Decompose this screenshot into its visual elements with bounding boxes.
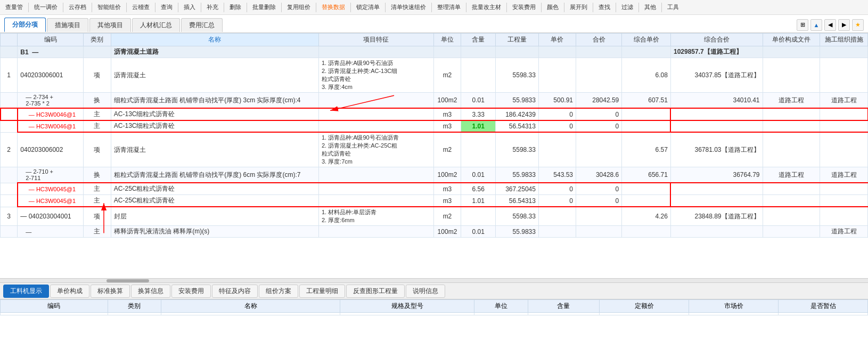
cell-quantity[interactable]: 367.25045 <box>496 183 539 195</box>
bottom-tab-bzhs[interactable]: 标准换算 <box>91 285 130 298</box>
toolbar-gongju[interactable]: 工具 <box>664 2 682 12</box>
toolbar-zhengli[interactable]: 整理清单 <box>434 2 464 12</box>
toolbar-tongyidiaojia[interactable]: 统一调价 <box>31 2 61 12</box>
cell-name[interactable]: 细粒式沥青混凝土路面 机铺带自动找平(厚度) 3cm 实际厚度(cm):4 <box>111 93 318 109</box>
cell-code[interactable]: B1 — <box>18 46 84 58</box>
bottom-tab-gcllmd[interactable]: 工程量明细 <box>299 285 345 298</box>
bottom-tab-tzjnr[interactable]: 特征及内容 <box>212 285 258 298</box>
tab-csmx[interactable]: 措施项目 <box>47 18 88 32</box>
cell-quantity[interactable]: 55.9833 <box>496 226 539 238</box>
toolbar-qingdankuaisu[interactable]: 清单快速组价 <box>388 2 429 12</box>
cell-name[interactable]: 封层 <box>111 207 318 226</box>
bottom-table-area: 编码 类别 名称 规格及型号 单位 含量 定额价 市场价 是否暂估 <box>0 299 868 341</box>
cell-comp-unit[interactable]: 656.71 <box>622 167 671 183</box>
toolbar-pilianggai[interactable]: 批量改主材 <box>469 2 504 12</box>
cell-quantity[interactable]: 56.54313 <box>496 195 539 207</box>
cell-name[interactable]: 粗粒式沥青混凝土路面 机铺带自动找平(厚度) 6cm 实际厚度(cm):7 <box>111 167 318 183</box>
toolbar-charu[interactable]: 插入 <box>181 2 199 12</box>
toolbar-yanse[interactable]: 颜色 <box>544 2 562 12</box>
cell-comp-unit[interactable]: 6.57 <box>622 132 671 167</box>
up-icon[interactable]: ▲ <box>810 19 822 31</box>
cell-contain[interactable]: 0.01 <box>461 226 496 238</box>
toolbar-qita[interactable]: 其他 <box>641 2 659 12</box>
cell-name[interactable]: 沥青混凝土 <box>111 132 318 167</box>
toolbar-anzhuang[interactable]: 安装费用 <box>509 2 539 12</box>
cell-code[interactable]: 040203006002 <box>18 132 84 167</box>
cell-code[interactable]: — <box>18 226 84 238</box>
tab-fbfx[interactable]: 分部分项 <box>4 18 46 32</box>
bottom-tab-zjfa[interactable]: 组价方案 <box>259 285 298 298</box>
cell-name[interactable]: AC-25C粗粒式沥青砼 <box>111 183 318 195</box>
toolbar-piliangshanchu[interactable]: 批量删除 <box>249 2 279 12</box>
bottom-tab-smsm[interactable]: 说明信息 <box>406 285 445 298</box>
cell-quantity[interactable]: 55.9833 <box>496 167 539 183</box>
toolbar-yuncundang[interactable]: 云存档 <box>65 2 89 12</box>
toolbar-yunjizha[interactable]: 云稽查 <box>129 2 153 12</box>
bottom-tab-gljxs[interactable]: 工料机显示 <box>3 285 49 298</box>
cell-contain[interactable]: 1.01 <box>461 195 496 207</box>
cell-code[interactable]: — HC3W0046@1 <box>18 120 84 133</box>
cell-comp-unit[interactable]: 607.51 <box>622 93 671 109</box>
right-icon[interactable]: ▶ <box>838 19 850 31</box>
cell-comp-unit[interactable]: 6.08 <box>622 58 671 93</box>
cell-quantity[interactable]: 5598.33 <box>496 207 539 226</box>
toolbar-chazhao[interactable]: 查找 <box>595 2 613 12</box>
grid-icon[interactable]: ⊞ <box>797 19 808 31</box>
toolbar-fuyongzujia[interactable]: 复用组价 <box>284 2 314 12</box>
cell-comp-total: 36781.03【道路工程】 <box>670 132 763 167</box>
bottom-tab-fcztxs[interactable]: 反查图形工程量 <box>346 285 405 298</box>
cell-unit-price[interactable]: 0 <box>538 183 576 195</box>
cell-contain[interactable]: 6.56 <box>461 183 496 195</box>
star-icon[interactable]: ★ <box>852 19 864 31</box>
cell-code[interactable]: — HC3W0046@1 <box>18 108 84 120</box>
cell-unit-price[interactable]: 0 <box>538 108 576 120</box>
cell-name[interactable]: AC-13C细粒式沥青砼 <box>111 120 318 133</box>
cell-unit-price[interactable]: 500.91 <box>538 93 576 109</box>
toolbar-guolv[interactable]: 过滤 <box>618 2 636 12</box>
cell-quantity[interactable]: 186.42439 <box>496 108 539 120</box>
toolbar-shanchu[interactable]: 删除 <box>226 2 244 12</box>
cell-code[interactable]: — HC3W0045@1 <box>18 183 84 195</box>
cell-contain[interactable]: 0.01 <box>461 167 496 183</box>
cell-quantity[interactable]: 56.54313 <box>496 120 539 133</box>
cell-code[interactable]: — 2-734 + 2-735 * 2 <box>18 93 84 109</box>
cell-unit-price[interactable]: 0 <box>538 195 576 207</box>
cell-code[interactable]: 040203006001 <box>18 58 84 93</box>
toolbar-zhankai[interactable]: 展开到 <box>567 2 591 12</box>
cell-contain[interactable]: 0.01 <box>461 93 496 109</box>
toolbar-suoding[interactable]: 锁定清单 <box>353 2 383 12</box>
cell-name[interactable]: 稀释沥青乳液清洗油 稀释厚(m)(s) <box>111 226 318 238</box>
cell-code[interactable]: — HC3W0045@1 <box>18 195 84 207</box>
cell-quantity[interactable]: 5598.33 <box>496 58 539 93</box>
cell-type: 主 <box>84 108 111 120</box>
cell-name[interactable]: 沥青混凝土 <box>111 58 318 93</box>
cell-contain[interactable]: 3.33 <box>461 108 496 120</box>
bottom-tab-djgc[interactable]: 单价构成 <box>50 285 89 298</box>
table-row: 3 — 040203004001 项 封层 1. 材料品种:单层沥青 2. 厚度… <box>1 207 868 226</box>
cell-comp-unit[interactable]: 4.26 <box>622 207 671 226</box>
horizontal-scrollbar[interactable] <box>0 278 868 282</box>
toolbar-tihuan[interactable]: 替换数据 <box>318 2 348 12</box>
tab-qtxm[interactable]: 其他项目 <box>89 18 131 32</box>
toolbar-zhalianguan[interactable]: 查量管 <box>2 2 26 12</box>
cell-quantity[interactable]: 55.9833 <box>496 93 539 109</box>
cell-quantity[interactable]: 5598.33 <box>496 132 539 167</box>
cell-code[interactable]: — 2-710 + 2-711 <box>18 167 84 183</box>
tab-fyhz[interactable]: 费用汇总 <box>181 18 223 32</box>
cell-no <box>1 93 18 109</box>
cell-unit-price[interactable] <box>538 226 576 238</box>
toolbar-zhinengzujia[interactable]: 智能组价 <box>94 2 124 12</box>
cell-name[interactable]: 沥青混凝土道路 <box>111 46 318 58</box>
cell-code[interactable]: — 040203004001 <box>18 207 84 226</box>
left-icon[interactable]: ◀ <box>824 19 836 31</box>
toolbar-chaxun[interactable]: 查询 <box>158 2 176 12</box>
cell-name[interactable]: AC-25C粗粒式沥青砼 <box>111 195 318 207</box>
cell-unit-price[interactable]: 543.53 <box>538 167 576 183</box>
bottom-tab-azfy[interactable]: 安装费用 <box>171 285 211 298</box>
bottom-tab-hsxx[interactable]: 换算信息 <box>131 285 170 298</box>
toolbar-buchong[interactable]: 补充 <box>203 2 222 12</box>
cell-contain[interactable]: 1.01 <box>461 120 496 133</box>
cell-unit-price[interactable]: 0 <box>538 120 576 133</box>
tab-rcjhz[interactable]: 人材机汇总 <box>132 18 180 32</box>
cell-name[interactable]: AC-13C细粒式沥青砼 <box>111 108 318 120</box>
